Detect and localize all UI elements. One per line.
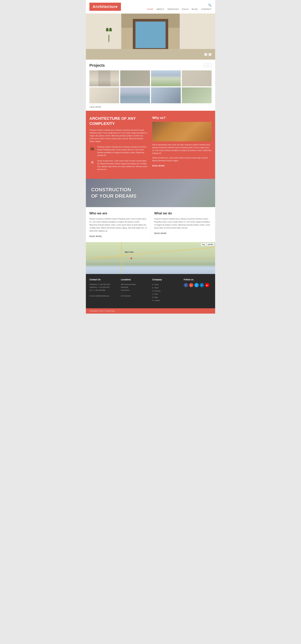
projects-grid-row1	[89, 70, 212, 86]
hero-nav-dots	[204, 53, 212, 56]
footer-telephone: Telephone: +1 919 665 6811	[89, 286, 110, 288]
footer-directions-link[interactable]: Get Directions	[121, 295, 131, 297]
project-thumb-2[interactable]	[120, 70, 150, 86]
footer-social-col: Follow us f g+ t in ▶	[184, 278, 212, 302]
map-section[interactable]: 📍 New York Map Satellite	[86, 242, 215, 274]
footer-company-col: Company Home About Services Folio Blog C…	[152, 278, 180, 302]
map-pin: 📍	[129, 257, 133, 261]
logo[interactable]: Architecture	[89, 3, 121, 11]
hero-floor	[86, 49, 215, 60]
why-us-desc-1: Sed et perspiciatis unde omnis iste nata…	[152, 144, 212, 155]
footer-address-2: Edinburgh	[121, 286, 128, 288]
footer-grid: Contact Us Freephone: +1 800 559 6160 Te…	[89, 278, 212, 302]
social-youtube-icon[interactable]: ▶	[205, 283, 209, 287]
what-we-do-title: What we do	[154, 212, 212, 215]
who-we-are-body: Aenean nonummy hendrerit mauris Phasellu…	[89, 218, 147, 232]
red-right: Why us? Sed et perspiciatis unde omnis i…	[152, 116, 212, 174]
feature-1-text: Praesent volutum molestie lacus. Aenean …	[97, 146, 149, 157]
leaf	[106, 28, 109, 31]
plant-leaves	[105, 28, 112, 31]
what-we-do-body: Praesent volutum molestie lacus. Aenean …	[154, 218, 212, 230]
map-background: 📍 New York	[86, 242, 215, 274]
projects-next-btn[interactable]: ›	[208, 64, 212, 67]
view-more-link[interactable]: VIEW MORE	[89, 104, 212, 109]
project-thumb-1[interactable]	[89, 70, 119, 86]
map-road-2	[95, 258, 215, 258]
footer-contact-col: Contact Us Freephone: +1 800 559 6160 Te…	[89, 278, 117, 302]
projects-prev-btn[interactable]: ‹	[204, 64, 207, 67]
link-dot	[152, 297, 153, 298]
who-we-are-col: Who we are Aenean nonummy hendrerit maur…	[89, 212, 151, 238]
nav-contact[interactable]: CONTACT	[201, 8, 212, 10]
nav-about[interactable]: ABOUT	[157, 8, 164, 10]
hero-dot-1[interactable]	[204, 53, 207, 56]
footer-link-services[interactable]: Services	[152, 289, 180, 292]
who-we-are-read-more[interactable]: READ MORE	[89, 236, 102, 237]
project-thumb-3[interactable]	[151, 70, 181, 86]
project-thumb-8[interactable]	[182, 88, 212, 103]
footer-link-folio[interactable]: Folio	[152, 292, 180, 296]
red-left: ARCHITECTURE OF ANY COMPLEXITY Praesent …	[89, 116, 149, 174]
who-we-are-title: Who we are	[89, 212, 147, 215]
footer-link-blog[interactable]: Blog	[152, 296, 180, 299]
footer-locations-title: Locations	[121, 278, 149, 281]
link-dot	[152, 290, 153, 292]
briefcase-icon: 💼	[89, 146, 95, 151]
red-feature-1: 💼 Praesent volutum molestie lacus. Aenea…	[89, 146, 149, 157]
page-wrapper: Architecture 🔍 HOME ABOUT SERVICES FOLIO…	[86, 0, 215, 314]
footer-freephone: Freephone: +1 800 559 6160	[89, 284, 110, 285]
nav-home[interactable]: HOME	[147, 8, 154, 10]
leaf	[109, 28, 112, 31]
map-satellite-btn[interactable]: Satellite	[206, 243, 214, 246]
projects-nav: ‹ ›	[204, 64, 212, 67]
map-road-v	[121, 242, 122, 274]
project-thumb-6[interactable]	[120, 88, 150, 103]
construction-title-text: CONSTRUCTIONOF YOUR DREAMS	[91, 187, 137, 199]
complexity-body: Praesent volutum molestie lacus. Aenean …	[89, 129, 149, 143]
projects-grid-row2	[89, 88, 212, 103]
main-nav: HOME ABOUT SERVICES FOLIO BLOG CONTACT	[147, 8, 212, 10]
nav-blog[interactable]: BLOG	[192, 8, 198, 10]
social-facebook-icon[interactable]: f	[184, 283, 188, 287]
red-section: ARCHITECTURE OF ANY COMPLEXITY Praesent …	[86, 111, 215, 179]
footer-company-links: Home About Services Folio Blog Contact	[152, 283, 180, 302]
footer-contact-title: Contact Us	[89, 278, 117, 281]
link-dot	[152, 287, 153, 288]
footer-email: E-mail: mail@demoblab.org	[89, 295, 109, 297]
why-us-desc-2: Donec sit amet eros. Lorem ipsum dolor s…	[152, 156, 212, 162]
read-more-link[interactable]: READ MORE	[152, 165, 165, 167]
what-we-do-read-more[interactable]: READ MORE	[154, 232, 167, 234]
footer-link-home[interactable]: Home	[152, 283, 180, 286]
map-map-btn[interactable]: Map	[201, 243, 206, 246]
nav-folio[interactable]: FOLIO	[182, 8, 189, 10]
hero-dot-2[interactable]	[208, 53, 212, 56]
header: Architecture 🔍 HOME ABOUT SERVICES FOLIO…	[86, 0, 215, 14]
hero-window	[133, 19, 168, 51]
footer-company-title: Company	[152, 278, 180, 281]
footer-address-1: 9901 Marmora Road	[121, 284, 136, 285]
social-linkedin-icon[interactable]: in	[200, 283, 204, 287]
two-col-section: Who we are Aenean nonummy hendrerit maur…	[86, 207, 215, 242]
hero-banner	[86, 14, 215, 60]
footer-social-title: Follow us	[184, 278, 212, 281]
map-controls: Map Satellite	[201, 243, 214, 246]
link-dot	[152, 294, 153, 295]
nav-services[interactable]: SERVICES	[167, 8, 179, 10]
project-thumb-5[interactable]	[89, 88, 119, 103]
footer-link-contact[interactable]: Contact	[152, 299, 180, 302]
footer-link-about[interactable]: About	[152, 286, 180, 289]
search-icon[interactable]: 🔍	[208, 3, 212, 7]
project-thumb-4[interactable]	[182, 70, 212, 86]
construction-text: CONSTRUCTIONOF YOUR DREAMS	[91, 186, 137, 200]
project-thumb-7[interactable]	[151, 88, 181, 103]
why-us-title: Why us?	[152, 116, 212, 120]
social-twitter-icon[interactable]: t	[194, 283, 199, 287]
footer-copyright: Architecture © 2014 • Privacy Policy	[89, 310, 115, 312]
why-us-image	[152, 122, 212, 141]
social-googleplus-icon[interactable]: g+	[189, 283, 193, 287]
projects-title: Projects	[89, 63, 105, 68]
complexity-title: ARCHITECTURE OF ANY COMPLEXITY	[89, 116, 149, 126]
footer-social-icons: f g+ t in ▶	[184, 283, 212, 287]
link-dot	[152, 300, 153, 301]
footer-locations-col: Locations 9901 Marmora Road Edinburgh OX…	[121, 278, 149, 302]
